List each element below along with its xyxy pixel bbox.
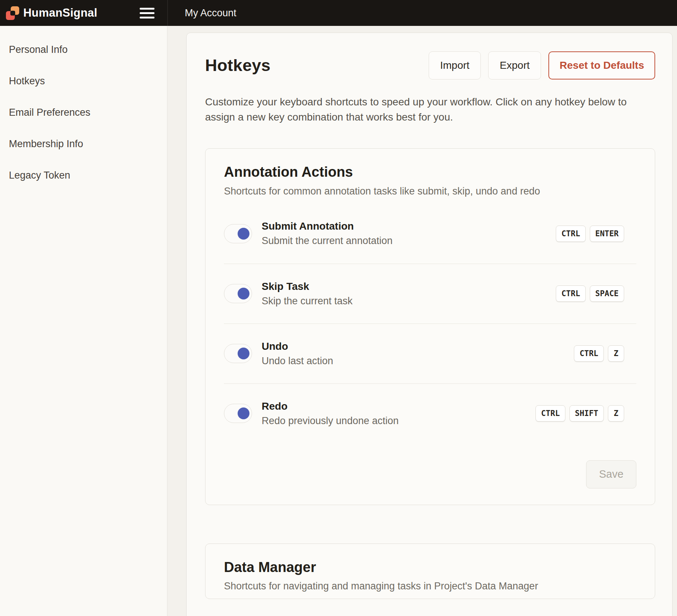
- section-subtitle: Shortcuts for navigating and managing ta…: [224, 581, 636, 592]
- hotkey-section-annotation-actions: Annotation Actions Shortcuts for common …: [205, 148, 655, 505]
- toggle-knob: [238, 348, 249, 359]
- sidebar-item-legacy-token[interactable]: Legacy Token: [0, 160, 167, 191]
- save-button[interactable]: Save: [586, 460, 636, 488]
- hotkey-toggle[interactable]: [224, 224, 252, 243]
- export-button[interactable]: Export: [488, 51, 541, 79]
- hotkey-sections: Annotation Actions Shortcuts for common …: [205, 148, 655, 599]
- import-button[interactable]: Import: [429, 51, 481, 79]
- hotkey-row-text: Submit Annotation Submit the current ann…: [262, 220, 392, 247]
- sidebar-item-email-preferences[interactable]: Email Preferences: [0, 97, 167, 128]
- hotkey-subtitle: Submit the current annotation: [262, 235, 392, 247]
- key-cap[interactable]: CTRL: [556, 226, 586, 242]
- toggle-knob: [238, 228, 249, 240]
- brand-name: HumanSignal: [23, 6, 97, 20]
- key-cap[interactable]: CTRL: [535, 405, 565, 422]
- key-cap[interactable]: CTRL: [574, 345, 604, 362]
- page-heading: Hotkeys: [205, 56, 271, 75]
- hotkey-key-combo[interactable]: CTRLSPACE: [556, 285, 624, 302]
- hotkey-title: Submit Annotation: [262, 220, 392, 232]
- key-cap[interactable]: Z: [608, 405, 624, 422]
- sidebar-item-hotkeys[interactable]: Hotkeys: [0, 65, 167, 97]
- hotkey-row: Submit Annotation Submit the current ann…: [224, 204, 636, 264]
- key-cap[interactable]: Z: [608, 345, 624, 362]
- key-cap[interactable]: SPACE: [590, 285, 624, 302]
- hotkey-row-text: Skip Task Skip the current task: [262, 281, 353, 307]
- humansignal-logo[interactable]: HumanSignal: [6, 6, 97, 20]
- hotkey-key-combo[interactable]: CTRLENTER: [556, 226, 624, 242]
- section-title: Annotation Actions: [224, 164, 636, 180]
- section-title: Data Manager: [224, 559, 636, 576]
- hotkey-key-combo[interactable]: CTRLSHIFTZ: [535, 405, 624, 422]
- main-content: Hotkeys Import Export Reset to Defaults …: [167, 26, 677, 616]
- section-subtitle: Shortcuts for common annotation tasks li…: [224, 186, 636, 197]
- hotkey-section-data-manager: Data Manager Shortcuts for navigating an…: [205, 544, 655, 599]
- top-header: HumanSignal My Account: [0, 0, 677, 26]
- toggle-knob: [238, 288, 249, 299]
- hotkey-row: Skip Task Skip the current task CTRLSPAC…: [224, 264, 636, 324]
- brand-zone: HumanSignal: [0, 0, 167, 26]
- section-footer: Save: [224, 460, 636, 505]
- hotkey-title: Redo: [262, 400, 399, 412]
- reset-defaults-button[interactable]: Reset to Defaults: [548, 51, 655, 79]
- hotkey-row-text: Undo Undo last action: [262, 341, 333, 367]
- hotkey-rows: Submit Annotation Submit the current ann…: [224, 204, 636, 443]
- sidebar-item-personal-info[interactable]: Personal Info: [0, 34, 167, 65]
- hotkey-title: Undo: [262, 341, 333, 352]
- key-cap[interactable]: ENTER: [590, 226, 624, 242]
- hotkey-title: Skip Task: [262, 281, 353, 292]
- header-divider: [167, 0, 168, 26]
- hotkey-subtitle: Redo previously undone action: [262, 415, 399, 427]
- hotkey-row-text: Redo Redo previously undone action: [262, 400, 399, 427]
- hotkey-row: Redo Redo previously undone action CTRLS…: [224, 383, 636, 443]
- menu-hamburger-icon[interactable]: [140, 8, 154, 18]
- panel-header: Hotkeys Import Export Reset to Defaults: [205, 51, 655, 79]
- hotkey-subtitle: Skip the current task: [262, 295, 353, 307]
- key-cap[interactable]: CTRL: [556, 285, 586, 302]
- account-sidebar: Personal InfoHotkeysEmail PreferencesMem…: [0, 26, 167, 616]
- hotkey-toggle[interactable]: [224, 404, 252, 423]
- key-cap[interactable]: SHIFT: [569, 405, 604, 422]
- hotkeys-panel: Hotkeys Import Export Reset to Defaults …: [186, 33, 673, 616]
- hotkey-toggle[interactable]: [224, 344, 252, 363]
- hotkeys-description: Customize your keyboard shortcuts to spe…: [205, 94, 654, 125]
- page-title: My Account: [185, 7, 237, 19]
- toggle-knob: [238, 407, 249, 419]
- hotkeys-toolbar: Import Export Reset to Defaults: [429, 51, 655, 79]
- sidebar-item-membership-info[interactable]: Membership Info: [0, 128, 167, 160]
- humansignal-logo-icon: [6, 6, 19, 20]
- hotkey-key-combo[interactable]: CTRLZ: [574, 345, 624, 362]
- hotkey-toggle[interactable]: [224, 284, 252, 303]
- hotkey-row: Undo Undo last action CTRLZ: [224, 324, 636, 383]
- hotkey-subtitle: Undo last action: [262, 355, 333, 367]
